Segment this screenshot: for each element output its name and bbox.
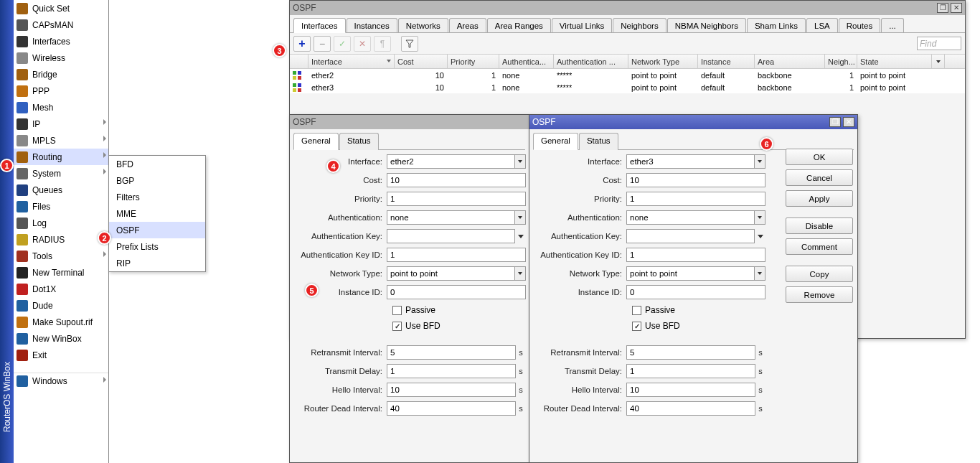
submenu-filters[interactable]: Filters	[109, 189, 205, 205]
tab-routes[interactable]: Routes	[839, 18, 880, 32]
menu-exit[interactable]: Exit	[14, 347, 108, 363]
dropdown-icon[interactable]	[515, 266, 526, 281]
menu-dot1x[interactable]: Dot1X	[14, 281, 108, 297]
submenu-bgp[interactable]: BGP	[109, 172, 205, 189]
dropdown-icon[interactable]	[755, 210, 765, 225]
dlg-tab-status[interactable]: Status	[579, 133, 618, 150]
menu-capsman[interactable]: CAPsMAN	[14, 17, 108, 33]
disable-button[interactable]: ✕	[354, 36, 371, 52]
menu-bridge[interactable]: Bridge	[14, 66, 108, 83]
input-authentication[interactable]: none	[626, 210, 755, 225]
checkbox-passive[interactable]	[392, 306, 402, 315]
menu-dude[interactable]: Dude	[14, 297, 108, 314]
submenu-ospf[interactable]: OSPF	[109, 222, 205, 238]
comment-button[interactable]: Comment	[786, 238, 853, 255]
input-authentication-key-id[interactable]: 1	[387, 248, 526, 262]
col-authkey[interactable]: Authentication ...	[554, 55, 628, 68]
submenu-mme[interactable]: MME	[109, 205, 205, 222]
ospf-titlebar[interactable]: OSPF ❐ ✕	[290, 1, 965, 15]
input-network-type[interactable]: point to point	[387, 266, 515, 281]
table-row[interactable]: ether2101none*****point to pointdefaultb…	[290, 69, 965, 81]
menu-routing[interactable]: Routing	[14, 149, 108, 165]
menu-log[interactable]: Log	[14, 215, 108, 231]
tab-virtual-links[interactable]: Virtual Links	[552, 18, 612, 32]
input-authentication-key[interactable]	[387, 229, 515, 243]
menu-new-winbox[interactable]: New WinBox	[14, 330, 108, 347]
input-instance-id[interactable]: 0	[387, 285, 526, 299]
tab-areas[interactable]: Areas	[449, 18, 486, 32]
menu-windows[interactable]: Windows	[14, 373, 108, 389]
remove-button[interactable]: Remove	[786, 286, 853, 303]
col-state[interactable]: State	[857, 55, 932, 68]
tab-neighbors[interactable]: Neighbors	[613, 18, 666, 32]
restore-icon[interactable]: ❐	[829, 117, 841, 127]
input-interface[interactable]: ether2	[387, 154, 515, 169]
ok-button[interactable]: OK	[786, 149, 853, 165]
input-priority[interactable]: 1	[626, 192, 765, 206]
col-auth[interactable]: Authentica...	[499, 55, 554, 68]
menu-quick-set[interactable]: Quick Set	[14, 0, 108, 17]
menu-mpls[interactable]: MPLS	[14, 132, 108, 149]
comment-button[interactable]: ¶	[374, 36, 391, 52]
filter-button[interactable]	[401, 36, 418, 52]
tab-nbma-neighbors[interactable]: NBMA Neighbors	[667, 18, 746, 32]
menu-system[interactable]: System	[14, 165, 108, 182]
input-transmit-delay[interactable]: 1	[387, 364, 516, 378]
col-inst[interactable]: Instance	[698, 55, 755, 68]
input-router-dead-interval[interactable]: 40	[626, 401, 755, 416]
col-priority[interactable]: Priority	[448, 55, 499, 68]
table-row[interactable]: ether3101none*****point to pointdefaultb…	[290, 81, 965, 93]
close-icon[interactable]: ✕	[843, 117, 854, 127]
input-authentication[interactable]: none	[387, 210, 515, 225]
dlg-tab-status[interactable]: Status	[339, 133, 379, 150]
close-icon[interactable]: ✕	[951, 3, 962, 13]
menu-mesh[interactable]: Mesh	[14, 99, 108, 116]
col-area[interactable]: Area	[755, 55, 825, 68]
restore-icon[interactable]: ❐	[937, 3, 948, 13]
menu-queues[interactable]: Queues	[14, 182, 108, 198]
dropdown-icon[interactable]	[515, 210, 526, 225]
disable-button[interactable]: Disable	[786, 218, 853, 234]
input-hello-interval[interactable]: 10	[626, 383, 755, 397]
checkbox-passive[interactable]	[632, 306, 641, 315]
menu-interfaces[interactable]: Interfaces	[14, 33, 108, 50]
menu-ppp[interactable]: PPP	[14, 83, 108, 99]
submenu-rip[interactable]: RIP	[109, 255, 205, 271]
input-retransmit-interval[interactable]: 5	[387, 345, 516, 360]
tab--[interactable]: ...	[881, 18, 904, 32]
tab-interfaces[interactable]: Interfaces	[293, 18, 346, 33]
menu-tools[interactable]: Tools	[14, 248, 108, 264]
input-instance-id[interactable]: 0	[626, 285, 765, 299]
menu-make-supout-rif[interactable]: Make Supout.rif	[14, 314, 108, 330]
input-authentication-key-id[interactable]: 1	[626, 248, 765, 262]
menu-ip[interactable]: IP	[14, 116, 108, 132]
menu-radius[interactable]: RADIUS	[14, 231, 108, 248]
tab-networks[interactable]: Networks	[398, 18, 448, 32]
input-network-type[interactable]: point to point	[626, 266, 755, 281]
dropdown-icon[interactable]	[755, 266, 765, 281]
dropdown-icon[interactable]	[515, 235, 526, 238]
add-button[interactable]: +	[293, 36, 311, 52]
tab-area-ranges[interactable]: Area Ranges	[487, 18, 551, 32]
column-picker-icon[interactable]	[936, 60, 941, 63]
col-neigh[interactable]: Neigh...	[825, 55, 857, 68]
submenu-prefix-lists[interactable]: Prefix Lists	[109, 238, 205, 255]
menu-wireless[interactable]: Wireless	[14, 50, 108, 66]
input-authentication-key[interactable]	[626, 229, 755, 243]
col-flag[interactable]	[290, 55, 308, 68]
tab-instances[interactable]: Instances	[347, 18, 397, 32]
dropdown-icon[interactable]	[755, 235, 765, 238]
input-retransmit-interval[interactable]: 5	[626, 345, 755, 360]
dialog-titlebar[interactable]: OSPF	[290, 115, 529, 129]
dropdown-icon[interactable]	[515, 154, 526, 169]
dlg-tab-general[interactable]: General	[533, 133, 578, 150]
dialog-titlebar[interactable]: OSPF ❐✕	[529, 115, 857, 129]
tab-lsa[interactable]: LSA	[806, 18, 838, 32]
input-cost[interactable]: 10	[387, 173, 526, 187]
menu-files[interactable]: Files	[14, 198, 108, 215]
apply-button[interactable]: Apply	[786, 190, 853, 207]
tab-sham-links[interactable]: Sham Links	[747, 18, 806, 32]
input-priority[interactable]: 1	[387, 192, 526, 206]
input-cost[interactable]: 10	[626, 173, 765, 187]
remove-button[interactable]: −	[314, 36, 331, 52]
